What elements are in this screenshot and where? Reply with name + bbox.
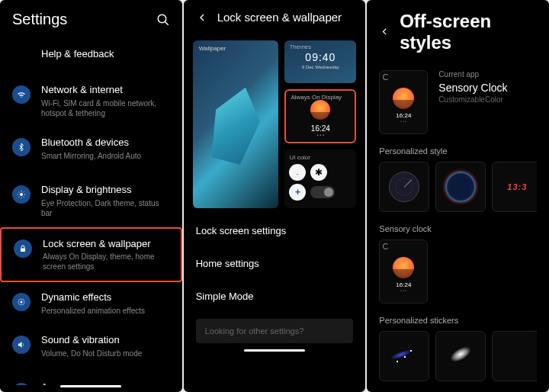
option-list: Lock screen settings Home settings Simpl… (184, 214, 366, 313)
item-title: Lock screen & wallpaper (43, 238, 169, 251)
themes-date: 9 Dec Wednesday (302, 65, 339, 69)
toggle-icon (310, 186, 335, 198)
settings-item-dynamic[interactable]: Dynamic effectsPersonalized animation ef… (0, 282, 182, 325)
wallpaper-label: Wallpaper (199, 45, 226, 52)
svg-line-1 (165, 21, 169, 25)
section-label: Personalized stickers (379, 316, 537, 325)
style-watch-1[interactable] (379, 162, 429, 212)
item-title: Help & feedback (41, 48, 170, 61)
item-title: Dynamic effects (41, 291, 170, 304)
effects-icon (12, 293, 30, 311)
page-title: Settings (12, 11, 147, 28)
item-title: Bluetooth & devices (41, 137, 170, 149)
personalized-style-section: Personalized style 13:3 (367, 140, 549, 218)
section-label: Personalized style (379, 146, 537, 156)
svg-point-2 (20, 193, 23, 196)
moon-icon (383, 243, 389, 249)
settings-header: Settings (0, 0, 182, 39)
themes-time: 09:40 (305, 51, 336, 63)
current-label: Current app (438, 70, 537, 79)
current-name: Sensory Clock (438, 82, 537, 94)
current-preview[interactable]: 16:24 • • • (379, 70, 428, 134)
wifi-icon (12, 85, 30, 104)
style-digital-clock[interactable]: 13:3 (492, 162, 537, 212)
settings-list: Help & feedback Network & internetWi-Fi,… (0, 39, 182, 385)
lock-icon (14, 239, 32, 258)
bt-toggle-icon: ✱ (310, 164, 327, 181)
item-sub: Always On Display, theme, home screen se… (43, 252, 169, 272)
search-icon[interactable] (156, 13, 170, 27)
sticker-planet[interactable] (435, 331, 486, 381)
nav-bar[interactable] (244, 349, 305, 352)
item-sub: Personalized animation effects (41, 306, 170, 316)
sensory-clock-section: Sensory clock 16:24 • • • (367, 218, 549, 310)
lockscreen-header: Lock screen & wallpaper (184, 0, 366, 34)
wifi-toggle-icon (289, 164, 306, 181)
row-simple-mode[interactable]: Simple Mode (196, 280, 354, 313)
moon-icon (383, 74, 389, 80)
preview-dots: • • • (400, 288, 406, 293)
offscreen-header: Off-screen styles (367, 0, 549, 64)
sun-icon (393, 88, 414, 109)
themes-card[interactable]: Themes 09:40 9 Dec Wednesday (284, 40, 356, 83)
plus-icon: + (289, 184, 306, 201)
current-color: CustomizableColor (438, 95, 537, 104)
preview-time: 16:24 (396, 112, 411, 119)
sound-icon (12, 336, 30, 354)
wallpaper-image (204, 82, 268, 167)
sticker-3[interactable] (492, 331, 537, 381)
item-title: Network & internet (41, 84, 170, 97)
svg-point-0 (158, 14, 166, 23)
aod-card[interactable]: Always On Display 16:24 • • • (284, 89, 356, 143)
svg-point-4 (21, 301, 23, 304)
item-sub: Wi-Fi, SIM card & mobile network, hotspo… (41, 98, 170, 118)
sensory-preview[interactable]: 16:24 • • • (379, 239, 428, 304)
offscreen-panel: Off-screen styles 16:24 • • • Current ap… (367, 0, 549, 392)
preview-cards: Wallpaper Themes 09:40 9 Dec Wednesday A… (184, 34, 366, 214)
ui-color-card[interactable]: UI color ✱ + (284, 149, 356, 208)
lockscreen-panel: Lock screen & wallpaper Wallpaper Themes… (184, 0, 366, 392)
settings-item-apps[interactable]: AppsRecent apps, default apps (0, 372, 182, 385)
settings-item-network[interactable]: Network & internetWi-Fi, SIM card & mobi… (0, 75, 182, 127)
section-label: Sensory clock (379, 224, 537, 233)
item-sub: Smart Mirroring, Android Auto (41, 151, 170, 161)
settings-item-display[interactable]: Display & brightnessEye Protection, Dark… (0, 175, 182, 227)
wallpaper-card[interactable]: Wallpaper (193, 40, 279, 208)
settings-item-sound[interactable]: Sound & vibrationVolume, Do Not Disturb … (0, 325, 182, 368)
sun-icon (393, 257, 414, 278)
aod-dots: • • • (317, 133, 325, 137)
settings-panel: Settings Help & feedback Network & inter… (0, 0, 182, 392)
page-title: Off-screen styles (400, 11, 537, 53)
apps-icon (12, 383, 30, 385)
themes-label: Themes (289, 43, 311, 50)
preview-dots: • • • (400, 119, 406, 124)
item-title: Display & brightness (41, 184, 170, 197)
page-title: Lock screen & wallpaper (217, 11, 354, 24)
preview-time: 16:24 (396, 281, 411, 288)
settings-item-lockscreen[interactable]: Lock screen & wallpaperAlways On Display… (0, 227, 182, 283)
settings-item-help[interactable]: Help & feedback (0, 39, 182, 70)
item-sub: Volume, Do Not Disturb mode (41, 349, 170, 358)
bluetooth-icon (12, 138, 30, 156)
nav-bar[interactable] (60, 385, 121, 387)
stickers-section: Personalized stickers (367, 310, 549, 387)
style-watch-2[interactable] (435, 162, 486, 212)
item-title: Sound & vibration (41, 334, 170, 347)
sticker-galaxy[interactable] (379, 331, 429, 381)
settings-item-bluetooth[interactable]: Bluetooth & devicesSmart Mirroring, Andr… (0, 127, 182, 170)
row-home-settings[interactable]: Home settings (196, 247, 354, 280)
current-app-section: 16:24 • • • Current app Sensory Clock Cu… (367, 64, 549, 140)
brightness-icon (12, 185, 30, 204)
back-icon[interactable] (379, 26, 390, 38)
aod-time: 16:24 (311, 124, 330, 133)
ui-color-label: UI color (289, 154, 352, 161)
sun-icon (310, 100, 330, 120)
back-icon[interactable] (196, 11, 208, 24)
svg-rect-3 (21, 248, 25, 252)
row-lock-settings[interactable]: Lock screen settings (196, 214, 354, 247)
search-input[interactable]: Looking for other settings? (196, 319, 354, 343)
aod-label: Always On Display (291, 94, 342, 101)
item-sub: Eye Protection, Dark theme, status bar (41, 198, 170, 218)
